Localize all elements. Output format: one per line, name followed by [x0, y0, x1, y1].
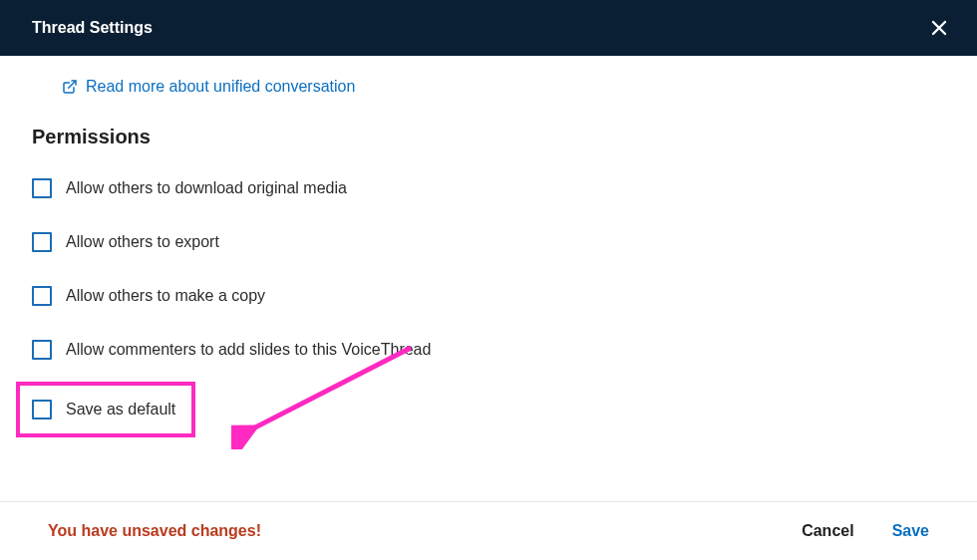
svg-line-0 — [69, 81, 76, 88]
permission-label: Allow others to download original media — [66, 179, 347, 197]
unified-conversation-link[interactable]: Read more about unified conversation — [62, 78, 355, 96]
modal-title: Thread Settings — [32, 19, 153, 37]
checkbox-icon — [32, 286, 52, 306]
permission-make-copy[interactable]: Allow others to make a copy — [32, 286, 945, 306]
permission-label: Allow others to make a copy — [66, 287, 265, 305]
checkbox-icon — [32, 400, 52, 420]
permission-download-media[interactable]: Allow others to download original media — [32, 178, 945, 198]
permission-label: Allow others to export — [66, 233, 219, 251]
save-button[interactable]: Save — [892, 522, 929, 540]
save-default-group: Save as default — [32, 400, 175, 420]
permissions-heading: Permissions — [32, 126, 945, 148]
permission-label: Allow commenters to add slides to this V… — [66, 341, 431, 359]
external-link-icon — [62, 79, 78, 95]
close-button[interactable] — [925, 14, 953, 42]
close-icon — [931, 20, 947, 36]
footer-actions: Cancel Save — [802, 522, 929, 540]
modal-content: Read more about unified conversation Per… — [0, 56, 977, 429]
checkbox-icon — [32, 178, 52, 198]
cancel-button[interactable]: Cancel — [802, 522, 853, 540]
save-default-label: Save as default — [66, 401, 175, 419]
save-as-default-checkbox[interactable]: Save as default — [32, 400, 175, 420]
modal-header: Thread Settings — [0, 0, 977, 56]
checkbox-icon — [32, 340, 52, 360]
unified-conversation-link-row: Read more about unified conversation — [62, 78, 945, 96]
permission-export[interactable]: Allow others to export — [32, 232, 945, 252]
unified-conversation-link-label: Read more about unified conversation — [86, 78, 355, 96]
unsaved-changes-text: You have unsaved changes! — [48, 522, 261, 540]
permission-add-slides[interactable]: Allow commenters to add slides to this V… — [32, 340, 945, 360]
checkbox-icon — [32, 232, 52, 252]
modal-footer: You have unsaved changes! Cancel Save — [0, 501, 977, 560]
svg-line-1 — [251, 348, 411, 429]
